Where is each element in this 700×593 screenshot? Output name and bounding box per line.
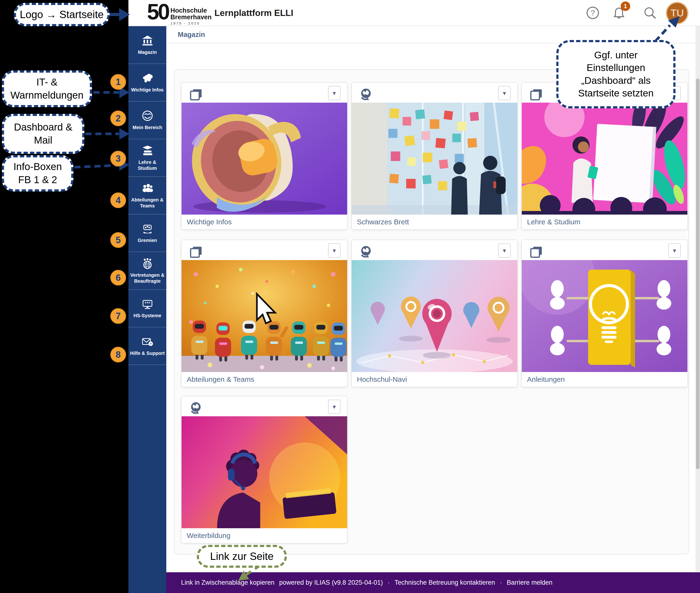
tile-title[interactable]: Schwarzes Brett xyxy=(352,214,517,229)
tile-actions-dropdown[interactable]: ▾ xyxy=(498,86,511,100)
footer-separator: · xyxy=(500,579,502,586)
tile-title[interactable]: Wichtige Infos xyxy=(182,214,347,229)
top-header: 50 Hochschule Bremerhaven 1975 - 2025 Le… xyxy=(128,0,700,26)
folder-icon xyxy=(529,245,543,259)
annotation-dashboard-mail-callout: Dashboard & Mail xyxy=(2,114,84,154)
tile-image-map-pins[interactable] xyxy=(352,260,517,372)
footer-bar: Link in Zwischenablage kopieren powered … xyxy=(166,572,700,593)
folder-icon xyxy=(189,245,203,259)
logo-line2: Bremerhaven xyxy=(170,14,212,21)
main-navigation-sidebar: Magazin Wichtige Infos Mein Bereich Lehr… xyxy=(128,26,166,593)
chevron-down-icon: ▾ xyxy=(503,247,506,254)
tile-title[interactable]: Lehre & Studium xyxy=(522,214,687,229)
tile-anleitungen[interactable]: ▾ xyxy=(521,240,688,387)
tile-actions-dropdown[interactable]: ▾ xyxy=(498,243,511,258)
sidebar-item-hs-systeme[interactable]: *** HS-Systeme xyxy=(128,289,166,327)
page-title: Lernplattform ELLI xyxy=(214,8,293,18)
search-icon[interactable] xyxy=(643,6,657,19)
chevron-down-icon: ▾ xyxy=(333,247,336,254)
tile-title[interactable]: Abteilungen & Teams xyxy=(182,372,347,387)
report-barrier-link[interactable]: Barriere melden xyxy=(507,579,553,586)
copy-link-to-clipboard[interactable]: Link in Zwischenablage kopieren xyxy=(181,579,274,586)
contact-support-link[interactable]: Technische Betreuung kontaktieren xyxy=(395,579,495,586)
globe-people-icon xyxy=(142,258,153,269)
bank-icon xyxy=(142,35,153,46)
sidebar-item-magazin[interactable]: Magazin xyxy=(128,26,166,64)
tile-abteilungen-teams[interactable]: ▾ xyxy=(181,240,347,387)
sidebar-item-label: Vertretungen & Beauftragte xyxy=(128,272,166,284)
committee-icon xyxy=(142,223,153,235)
logo-50: 50 xyxy=(147,1,169,25)
sidebar-item-label: Lehre & Studium xyxy=(128,159,166,171)
tile-image-sticky-notes[interactable] xyxy=(352,103,517,214)
sidebar-item-wichtige-infos[interactable]: Wichtige Infos xyxy=(128,64,166,102)
annotation-settings-startseite-callout: Ggf. unter Einstellungen „Dashboard“ als… xyxy=(556,40,675,108)
chevron-down-icon: ▾ xyxy=(503,89,506,97)
tile-schwarzes-brett[interactable]: ▾ xyxy=(351,82,518,230)
step-number-8: 8 xyxy=(110,347,126,362)
logo-line1: Hochschule xyxy=(170,7,212,14)
megaphone-icon xyxy=(142,72,153,84)
sidebar-item-abteilungen-teams[interactable]: Abteilungen & Teams xyxy=(128,177,166,214)
tile-title[interactable]: Anleitungen xyxy=(522,372,687,387)
step-number-6: 6 xyxy=(110,270,126,285)
books-icon xyxy=(142,145,153,156)
footer-separator: · xyxy=(388,579,390,586)
tile-image-lightbulb[interactable] xyxy=(522,260,687,372)
step-number-3: 3 xyxy=(110,151,126,166)
step-number-2: 2 xyxy=(110,111,126,126)
folder-icon xyxy=(529,88,543,102)
sidebar-item-lehre-studium[interactable]: Lehre & Studium xyxy=(128,139,166,177)
step-number-1: 1 xyxy=(110,74,126,90)
tile-actions-dropdown[interactable]: ▾ xyxy=(328,243,340,258)
annotation-logo-callout: Logo → Startseite xyxy=(14,3,110,26)
sidebar-item-label: Hilfe & Support xyxy=(129,350,166,356)
tile-hochschul-navi[interactable]: ▾ xyxy=(351,240,518,387)
monitor-icon: *** xyxy=(142,298,153,310)
chevron-down-icon: ▾ xyxy=(333,89,336,97)
tile-image-megaphone[interactable] xyxy=(182,103,347,214)
sidebar-item-label: Wichtige Infos xyxy=(130,87,164,93)
svg-text:?: ? xyxy=(150,342,151,346)
tile-title[interactable]: Weiterbildung xyxy=(182,528,347,543)
tile-actions-dropdown[interactable]: ▾ xyxy=(668,243,681,258)
tile-image-presentation[interactable] xyxy=(522,103,687,214)
breadcrumb[interactable]: Magazin xyxy=(178,31,205,39)
sidebar-item-label: Abteilungen & Teams xyxy=(128,197,166,209)
step-number-4: 4 xyxy=(110,192,126,208)
folder-icon xyxy=(189,88,203,102)
tile-image-headphones-learner[interactable] xyxy=(182,416,347,528)
tile-actions-dropdown[interactable]: ▾ xyxy=(328,400,340,414)
sidebar-item-gremien[interactable]: Gremien xyxy=(128,214,166,252)
weblink-icon xyxy=(189,401,203,416)
sidebar-item-vertretungen-beauftragte[interactable]: Vertretungen & Beauftragte xyxy=(128,252,166,289)
sidebar-item-label: Mein Bereich xyxy=(131,125,163,130)
svg-text:?: ? xyxy=(591,9,595,17)
user-avatar[interactable]: TU xyxy=(666,2,689,25)
step-number-7: 7 xyxy=(110,308,126,324)
svg-text:***: *** xyxy=(144,301,150,306)
people-icon xyxy=(142,182,153,194)
chevron-down-icon: ▾ xyxy=(673,247,676,254)
tile-title[interactable]: Hochschul-Navi xyxy=(352,372,517,387)
tile-image-robots[interactable] xyxy=(182,260,347,372)
annotation-it-warnmeldungen-callout: IT- & Warnmeldungen xyxy=(2,71,92,107)
vertical-scrollbar-thumb[interactable] xyxy=(696,79,700,469)
powered-by-ilias[interactable]: powered by ILIAS (v9.8 2025-04-01) xyxy=(279,579,383,586)
mail-help-icon: ? xyxy=(142,335,153,348)
tile-weiterbildung[interactable]: ▾ xyxy=(181,396,347,544)
annotation-infoboxen-callout: Info-Boxen FB 1 & 2 xyxy=(2,155,73,192)
tile-actions-dropdown[interactable]: ▾ xyxy=(328,86,340,100)
university-logo[interactable]: 50 Hochschule Bremerhaven 1975 - 2025 xyxy=(147,1,212,25)
sidebar-item-label: Magazin xyxy=(137,49,158,55)
sidebar-item-label: HS-Systeme xyxy=(132,313,162,319)
weblink-icon xyxy=(359,245,373,259)
weblink-icon xyxy=(359,88,373,102)
sidebar-item-hilfe-support[interactable]: ? Hilfe & Support xyxy=(128,327,166,365)
help-icon[interactable]: ? xyxy=(586,6,599,19)
main-content: ▾ xyxy=(166,43,700,572)
annotated-screenshot-canvas: 50 Hochschule Bremerhaven 1975 - 2025 Le… xyxy=(0,0,700,593)
sidebar-item-label: Gremien xyxy=(137,237,158,243)
sidebar-item-mein-bereich[interactable]: Mein Bereich xyxy=(128,102,166,139)
tile-wichtige-infos[interactable]: ▾ xyxy=(181,82,347,230)
